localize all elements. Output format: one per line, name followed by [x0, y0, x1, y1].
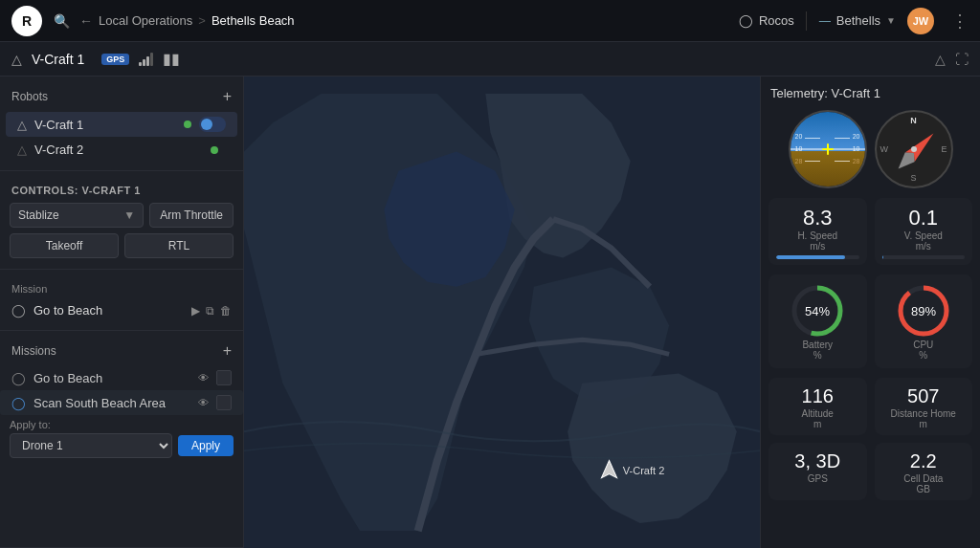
- mission-play-button[interactable]: ▶: [191, 304, 200, 318]
- signal-bar-1: [139, 62, 142, 66]
- h-speed-value: 8.3: [776, 208, 859, 229]
- add-mission-button[interactable]: +: [223, 342, 232, 360]
- craft-name: V-Craft 1: [32, 52, 84, 67]
- alert-icon[interactable]: △: [935, 52, 946, 67]
- cell-data-unit: GB: [884, 484, 964, 494]
- signal-bar-2: [143, 59, 145, 66]
- cpu-arc-svg: 89%: [895, 282, 952, 340]
- battery-box: 54% Battery %: [768, 274, 867, 368]
- cpu-box: 89% CPU %: [875, 274, 973, 368]
- v-speed-value: 0.1: [882, 208, 966, 229]
- search-icon[interactable]: 🔍: [54, 13, 70, 29]
- controls-row-1: Stablize ▼ Arm Throttle: [0, 200, 243, 230]
- alt-dist-row: 116 Altitude m 507 Distance Home m: [768, 378, 972, 435]
- attitude-indicator: 20 20 10 10 28 28: [789, 110, 867, 188]
- v-speed-arc-fill: [882, 255, 883, 259]
- craft-icon: △: [11, 52, 22, 67]
- status-bar: △ V-Craft 1 GPS ▮▮ △ ⛶: [0, 42, 980, 77]
- mission-eye-icon-0[interactable]: 👁: [198, 372, 209, 384]
- h-speed-unit: m/s: [776, 241, 859, 252]
- missions-item-1[interactable]: ◯ Scan South Beach Area 👁: [0, 390, 243, 415]
- controls-section: Controls: V-Craft 1 Stablize ▼ Arm Throt…: [0, 171, 243, 270]
- svg-text:V-Craft 2: V-Craft 2: [623, 465, 665, 476]
- stabilize-dropdown[interactable]: Stablize ▼: [10, 203, 144, 228]
- rtl-button[interactable]: RTL: [124, 233, 234, 258]
- breadcrumb-parent[interactable]: Local Operations: [99, 13, 192, 28]
- avatar[interactable]: JW: [907, 8, 934, 34]
- distance-home-box: 507 Distance Home m: [875, 378, 973, 435]
- robots-label: Robots: [11, 90, 48, 103]
- h-speed-arc-fill: [776, 255, 845, 259]
- nav-org[interactable]: ⸻ Bethells ▼: [818, 13, 896, 28]
- telemetry-title: Telemetry: V-Craft 1: [768, 86, 972, 100]
- missions-name-0: Go to Beach: [33, 371, 190, 385]
- battery-arc-svg: 54%: [789, 282, 846, 340]
- missions-section: Missions + ◯ Go to Beach 👁 ◯ Scan South …: [0, 331, 243, 548]
- robots-section-header: Robots +: [0, 84, 243, 111]
- resource-row: 54% Battery % 89% CPU %: [768, 274, 972, 368]
- distance-home-unit: m: [884, 419, 964, 429]
- gps-box: 3, 3D GPS: [768, 443, 867, 500]
- add-robot-button[interactable]: +: [223, 88, 232, 105]
- mission-eye-icon-1[interactable]: 👁: [198, 397, 209, 408]
- mission-actions: ▶ ⧉ 🗑: [191, 304, 232, 318]
- mission-delete-button[interactable]: 🗑: [220, 304, 232, 318]
- nav-user[interactable]: ◯ Rocos: [739, 13, 794, 28]
- mission-checkbox-1[interactable]: [216, 395, 232, 410]
- robot-name-1: V-Craft 1: [34, 118, 184, 132]
- mission-person-icon-0: ◯: [11, 371, 26, 385]
- current-mission-item: ◯ Go to Beach ▶ ⧉ 🗑: [0, 298, 243, 322]
- cpu-circle: 89%: [895, 282, 952, 340]
- mission-copy-button[interactable]: ⧉: [206, 304, 214, 318]
- missions-item-0[interactable]: ◯ Go to Beach 👁: [0, 365, 243, 390]
- robot-item-vcraft1[interactable]: △ V-Craft 1: [6, 112, 237, 137]
- drone-select[interactable]: Drone 1: [10, 433, 172, 458]
- controls-label: Controls: V-Craft 1: [0, 179, 243, 200]
- battery-value-text: 54%: [805, 304, 830, 318]
- missions-label: Missions: [11, 344, 56, 358]
- sidebar: Robots + △ V-Craft 1 △ V-Craft 2 Control…: [0, 77, 244, 548]
- org-icon: ⸻: [818, 13, 831, 28]
- arm-throttle-button[interactable]: Arm Throttle: [149, 203, 234, 228]
- nav-divider: [806, 11, 807, 31]
- apply-button[interactable]: Apply: [178, 435, 234, 456]
- org-chevron-icon: ▼: [886, 15, 896, 26]
- nav-right: ◯ Rocos ⸻ Bethells ▼ JW ⋮: [739, 8, 969, 34]
- expand-icon[interactable]: ⛶: [955, 52, 969, 67]
- controls-row-2: Takeoff RTL: [0, 230, 243, 261]
- cell-data-box: 2.2 Cell Data GB: [875, 443, 973, 500]
- back-icon[interactable]: ←: [79, 13, 93, 29]
- user-avatar-icon: ◯: [739, 13, 753, 28]
- distance-home-value: 507: [884, 385, 964, 407]
- apply-inner: Drone 1 Apply: [10, 433, 234, 458]
- top-nav: R 🔍 ← Local Operations > Bethells Beach …: [0, 0, 980, 42]
- h-speed-arc: [776, 255, 859, 259]
- robot-online-indicator-2: [211, 146, 218, 154]
- takeoff-button[interactable]: Takeoff: [10, 233, 119, 258]
- battery-circle: 54%: [789, 282, 846, 340]
- compass: N S W E: [875, 110, 953, 188]
- robot-toggle-1[interactable]: [199, 117, 226, 132]
- robot-item-vcraft2[interactable]: △ V-Craft 2: [6, 138, 237, 162]
- map-area[interactable]: V-Craft 2: [244, 77, 760, 548]
- battery-unit: %: [813, 350, 822, 361]
- gps-badge: GPS: [101, 54, 129, 65]
- v-speed-arc: [882, 255, 966, 259]
- mission-label: Mission: [0, 277, 243, 298]
- cell-data-value: 2.2: [884, 450, 964, 472]
- v-speed-box: 0.1 V. Speed m/s: [875, 198, 973, 265]
- mission-checkbox-0[interactable]: [216, 370, 232, 385]
- breadcrumb-separator: >: [198, 13, 206, 28]
- more-options-icon[interactable]: ⋮: [951, 11, 969, 32]
- robot-name-2: V-Craft 2: [34, 142, 211, 157]
- robot-icon-1: △: [17, 118, 27, 132]
- apply-to-row: Apply to: Drone 1 Apply: [0, 415, 243, 464]
- signal-bar-4: [150, 53, 153, 66]
- cell-data-label: Cell Data: [884, 473, 964, 484]
- h-speed-box: 8.3 H. Speed m/s: [768, 198, 867, 265]
- org-name: Bethells: [836, 13, 880, 28]
- cpu-label: CPU: [913, 340, 933, 350]
- user-name: Rocos: [759, 13, 794, 28]
- app-logo[interactable]: R: [11, 6, 42, 36]
- map-svg: V-Craft 2: [244, 77, 760, 548]
